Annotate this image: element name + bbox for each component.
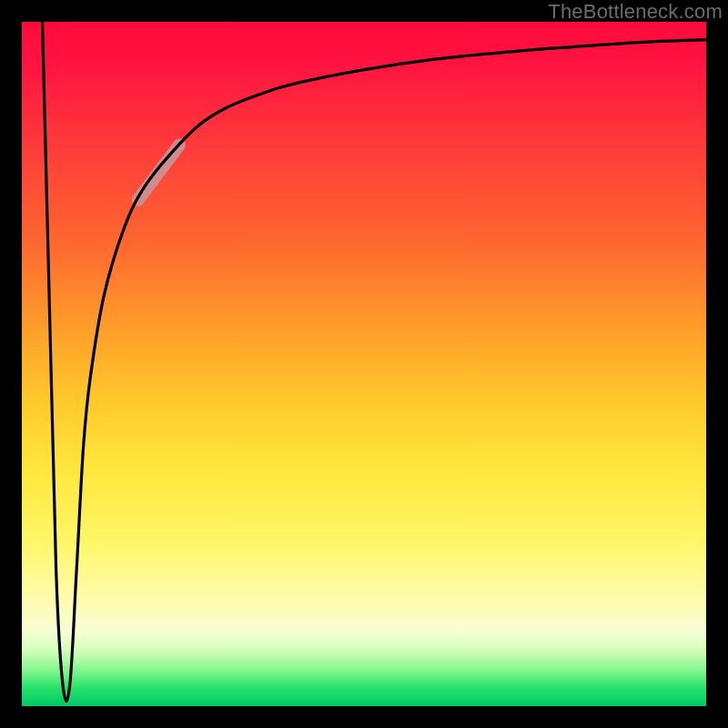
chart-frame: TheBottleneck.com — [0, 0, 728, 728]
bottleneck-curve — [43, 22, 706, 702]
watermark-text: TheBottleneck.com — [548, 0, 723, 24]
plot-area — [22, 22, 706, 706]
curve-layer — [22, 22, 706, 706]
